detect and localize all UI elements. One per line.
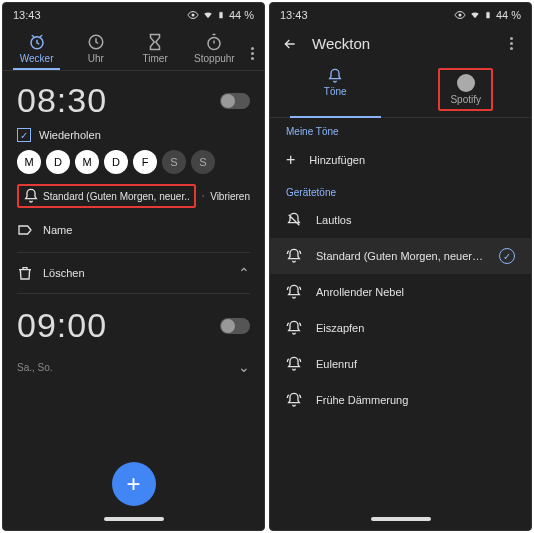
eye-icon xyxy=(187,9,199,21)
delete-row[interactable]: Löschen ⌃ xyxy=(17,259,250,287)
alarm-sound-button[interactable]: Standard (Guten Morgen, neuer.. xyxy=(17,184,196,208)
day-mon[interactable]: M xyxy=(17,150,41,174)
checkbox-icon: ✓ xyxy=(17,128,31,142)
sound-source-tabs: Töne Spotify xyxy=(270,60,531,118)
nav-bar[interactable] xyxy=(3,510,264,528)
bell-ring-icon xyxy=(286,248,302,264)
alarm-toggle[interactable] xyxy=(220,93,250,109)
tab-wecker[interactable]: Wecker xyxy=(7,33,66,70)
add-sound-button[interactable]: + Hinzufügen xyxy=(270,141,531,179)
tone-nebel[interactable]: Anrollender Nebel xyxy=(270,274,531,310)
tab-tones[interactable]: Töne xyxy=(270,60,401,117)
alarm-2-collapsed[interactable]: 09:00 Sa., So. ⌄ xyxy=(3,294,264,393)
battery-percent: 44 % xyxy=(496,9,521,21)
selected-check-icon: ✓ xyxy=(499,248,515,264)
chevron-down-icon[interactable]: ⌄ xyxy=(238,359,250,375)
section-my-tones: Meine Töne xyxy=(270,118,531,141)
alarm-time[interactable]: 09:00 xyxy=(17,306,107,345)
vibrate-icon xyxy=(202,188,204,204)
overflow-menu[interactable] xyxy=(503,37,519,50)
bell-icon xyxy=(327,68,343,84)
alarm-1-expanded: 08:30 ✓ Wiederholen M D M D F S S Standa… xyxy=(3,71,264,252)
tab-spotify[interactable]: Spotify xyxy=(401,60,532,117)
day-fri[interactable]: F xyxy=(133,150,157,174)
battery-icon xyxy=(217,9,225,21)
day-wed[interactable]: M xyxy=(75,150,99,174)
spotify-icon xyxy=(457,74,475,92)
overflow-menu[interactable] xyxy=(244,47,260,70)
day-sun[interactable]: S xyxy=(191,150,215,174)
page-title: Weckton xyxy=(312,35,489,52)
label-icon xyxy=(17,222,33,238)
repeat-row[interactable]: ✓ Wiederholen xyxy=(17,128,250,142)
bell-ring-icon xyxy=(286,320,302,336)
statusbar-right: 44 % xyxy=(454,9,521,21)
trash-icon xyxy=(17,265,33,281)
tab-uhr[interactable]: Uhr xyxy=(66,33,125,70)
battery-icon xyxy=(484,9,492,21)
battery-percent: 44 % xyxy=(229,9,254,21)
plus-icon: + xyxy=(286,151,295,169)
bell-off-icon xyxy=(286,212,302,228)
day-sat[interactable]: S xyxy=(162,150,186,174)
statusbar: 13:43 44 % xyxy=(270,3,531,27)
alarm-icon xyxy=(28,33,46,51)
tone-eulenruf[interactable]: Eulenruf xyxy=(270,346,531,382)
bell-ring-icon xyxy=(286,392,302,408)
svg-point-0 xyxy=(191,14,194,17)
phone-sound-picker: 13:43 44 % Weckton Töne Spotify Meine Tö… xyxy=(269,2,532,531)
chevron-up-icon[interactable]: ⌃ xyxy=(238,265,250,281)
section-device-tones: Gerätetöne xyxy=(270,179,531,202)
wifi-icon xyxy=(470,10,480,20)
eye-icon xyxy=(454,9,466,21)
alarm-time[interactable]: 08:30 xyxy=(17,81,107,120)
tone-standard[interactable]: Standard (Guten Morgen, neuer Tag!) ✓ xyxy=(270,238,531,274)
bell-ring-icon xyxy=(286,284,302,300)
statusbar-time: 13:43 xyxy=(13,9,41,21)
tone-silent[interactable]: Lautlos xyxy=(270,202,531,238)
bell-ring-icon xyxy=(286,356,302,372)
tone-fruhe[interactable]: Frühe Dämmerung xyxy=(270,382,531,418)
statusbar-time: 13:43 xyxy=(280,9,308,21)
main-tabs: Wecker Uhr Timer Stoppuhr xyxy=(3,27,264,71)
tab-timer[interactable]: Timer xyxy=(126,33,185,70)
wifi-icon xyxy=(203,10,213,20)
label-row[interactable]: Name xyxy=(17,216,250,244)
nav-bar[interactable] xyxy=(270,510,531,528)
day-tue[interactable]: D xyxy=(46,150,70,174)
bell-icon xyxy=(23,188,39,204)
svg-rect-4 xyxy=(203,195,204,197)
phone-clock-app: 13:43 44 % Wecker Uhr Timer Stoppuhr 08:… xyxy=(2,2,265,531)
day-thu[interactable]: D xyxy=(104,150,128,174)
alarm-toggle[interactable] xyxy=(220,318,250,334)
tone-eiszapfen[interactable]: Eiszapfen xyxy=(270,310,531,346)
day-picker: M D M D F S S xyxy=(17,150,250,174)
hourglass-icon xyxy=(146,33,164,51)
statusbar: 13:43 44 % xyxy=(3,3,264,27)
tab-stoppuhr[interactable]: Stoppuhr xyxy=(185,33,244,70)
stopwatch-icon xyxy=(205,33,223,51)
back-icon[interactable] xyxy=(282,36,298,52)
add-alarm-fab[interactable]: + xyxy=(112,462,156,506)
header: Weckton xyxy=(270,27,531,60)
statusbar-right: 44 % xyxy=(187,9,254,21)
svg-point-5 xyxy=(458,14,461,17)
alarm-days-summary: Sa., So. xyxy=(17,362,53,373)
clock-icon xyxy=(87,33,105,51)
